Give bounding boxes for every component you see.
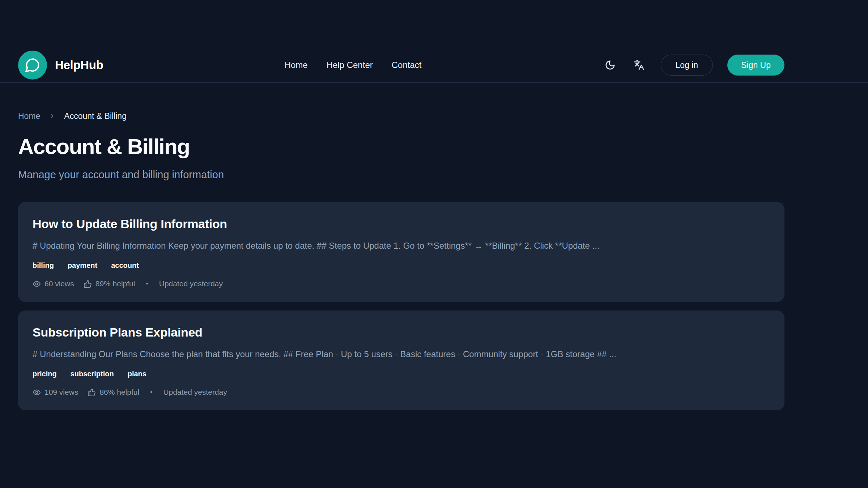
- thumbs-up-icon: [88, 388, 96, 397]
- signup-button[interactable]: Sign Up: [727, 55, 784, 76]
- header-actions: Log in Sign Up: [603, 55, 785, 76]
- tag-chip[interactable]: subscription: [71, 369, 114, 378]
- article-excerpt: # Updating Your Billing Information Keep…: [33, 240, 770, 252]
- page-subtitle: Manage your account and billing informat…: [18, 167, 784, 182]
- tag-chip[interactable]: plans: [128, 369, 146, 378]
- tag-chip[interactable]: payment: [68, 261, 97, 270]
- article-title: Subscription Plans Explained: [33, 324, 770, 341]
- article-tags: pricing subscription plans: [33, 369, 770, 378]
- theme-toggle-button[interactable]: [603, 58, 617, 72]
- page-title: Account & Billing: [18, 135, 784, 159]
- article-card[interactable]: Subscription Plans Explained # Understan…: [18, 311, 784, 410]
- nav-link-help-center[interactable]: Help Center: [327, 60, 373, 70]
- tag-chip[interactable]: billing: [33, 261, 54, 270]
- helpful-stat: 86% helpful: [88, 387, 139, 397]
- brand-name: HelpHub: [55, 58, 103, 72]
- nav-link-home[interactable]: Home: [285, 60, 308, 70]
- updated-label: Updated yesterday: [163, 387, 227, 397]
- helpful-stat: 89% helpful: [84, 279, 135, 289]
- views-label: 109 views: [44, 387, 78, 397]
- meta-separator-dot: •: [144, 279, 149, 289]
- article-list: How to Update Billing Information # Upda…: [18, 202, 784, 410]
- speech-bubble-icon: [18, 51, 47, 80]
- views-stat: 109 views: [33, 387, 78, 397]
- article-meta: 109 views 86% helpful • Updated yesterda…: [33, 387, 770, 397]
- meta-separator-dot: •: [149, 387, 154, 397]
- helpful-label: 89% helpful: [95, 279, 135, 289]
- eye-icon: [33, 388, 41, 397]
- moon-icon: [605, 60, 616, 70]
- nav-link-contact[interactable]: Contact: [392, 60, 422, 70]
- article-tags: billing payment account: [33, 261, 770, 270]
- helpful-label: 86% helpful: [99, 387, 139, 397]
- breadcrumb-home-link[interactable]: Home: [18, 110, 40, 122]
- article-excerpt: # Understanding Our Plans Choose the pla…: [33, 348, 770, 360]
- views-label: 60 views: [44, 279, 74, 289]
- article-card[interactable]: How to Update Billing Information # Upda…: [18, 202, 784, 302]
- brand-logo[interactable]: HelpHub: [18, 51, 103, 80]
- article-meta: 60 views 89% helpful • Updated yesterday: [33, 279, 770, 289]
- main-nav: Home Help Center Contact: [103, 60, 603, 70]
- tag-chip[interactable]: pricing: [33, 369, 57, 378]
- updated-label: Updated yesterday: [159, 279, 223, 289]
- login-button[interactable]: Log in: [661, 55, 713, 76]
- eye-icon: [33, 280, 41, 288]
- views-stat: 60 views: [33, 279, 74, 289]
- breadcrumb: Home Account & Billing: [18, 110, 784, 122]
- translate-icon: [634, 60, 644, 70]
- main-content: Home Account & Billing Account & Billing…: [18, 110, 784, 410]
- chevron-right-icon: [48, 112, 56, 120]
- site-header: HelpHub Home Help Center Contact Log in …: [0, 0, 868, 83]
- tag-chip[interactable]: account: [111, 261, 139, 270]
- article-title: How to Update Billing Information: [33, 215, 770, 232]
- language-button[interactable]: [632, 58, 646, 72]
- thumbs-up-icon: [84, 280, 92, 288]
- breadcrumb-current: Account & Billing: [64, 110, 127, 122]
